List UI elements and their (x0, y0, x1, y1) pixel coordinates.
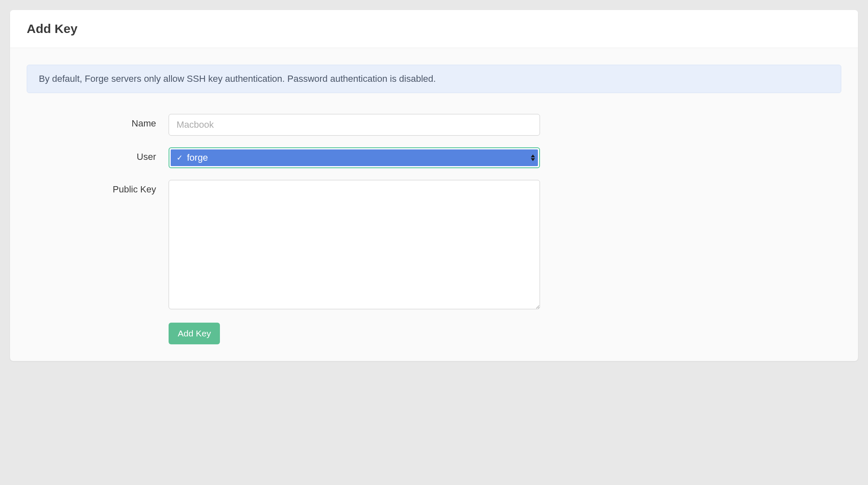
info-alert: By default, Forge servers only allow SSH… (27, 65, 841, 93)
alert-text: By default, Forge servers only allow SSH… (39, 73, 436, 84)
user-select-value: forge (187, 152, 208, 163)
button-row: Add Key (27, 323, 841, 344)
card-title: Add Key (27, 22, 841, 36)
public-key-textarea[interactable] (169, 180, 540, 309)
card-header: Add Key (10, 10, 858, 48)
check-icon: ✓ (177, 154, 183, 162)
card-body: By default, Forge servers only allow SSH… (10, 48, 858, 361)
user-select-dropdown[interactable]: ✓ forge (171, 149, 538, 166)
form-row-user: User ✓ forge (27, 147, 841, 168)
add-key-card: Add Key By default, Forge servers only a… (10, 10, 858, 361)
name-control-wrap (169, 114, 540, 136)
name-input[interactable] (169, 114, 540, 136)
public-key-label: Public Key (27, 180, 169, 195)
user-select[interactable]: ✓ forge (169, 147, 540, 168)
public-key-control-wrap (169, 180, 540, 311)
user-label: User (27, 147, 169, 162)
name-label: Name (27, 114, 169, 129)
user-control-wrap: ✓ forge (169, 147, 540, 168)
add-key-button[interactable]: Add Key (169, 323, 220, 344)
form-row-public-key: Public Key (27, 180, 841, 311)
form-row-name: Name (27, 114, 841, 136)
